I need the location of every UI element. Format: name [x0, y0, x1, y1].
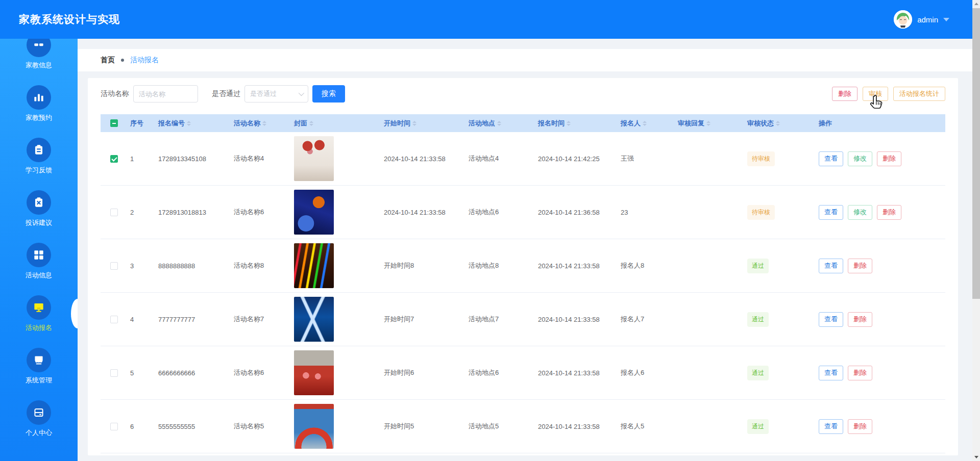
cell-cover — [291, 243, 381, 288]
edit-button[interactable]: 修改 — [848, 205, 872, 220]
sidebar-item-tutor-info[interactable]: 家教信息 — [0, 39, 78, 85]
sort-icons[interactable] — [497, 121, 501, 126]
cell-signup-time: 2024-10-14 21:36:58 — [535, 209, 618, 216]
scroll-down-button[interactable] — [972, 453, 980, 461]
cell-place: 活动地点7 — [465, 315, 535, 324]
vertical-scrollbar — [972, 0, 980, 461]
audit-button[interactable]: 审核 — [863, 87, 888, 101]
column-header[interactable]: 封面 — [291, 119, 381, 128]
view-button[interactable]: 查看 — [819, 205, 843, 220]
column-header[interactable]: 审核状态 — [744, 119, 816, 128]
breadcrumb: 首页 活动报名 — [78, 49, 972, 71]
status-badge: 待审核 — [747, 151, 775, 166]
sort-icons[interactable] — [567, 121, 571, 126]
cell-seq: 5 — [127, 369, 155, 377]
row-checkbox[interactable] — [110, 316, 118, 323]
search-button[interactable]: 搜索 — [312, 85, 345, 103]
scroll-up-button[interactable] — [972, 0, 980, 8]
cover-image[interactable] — [294, 243, 334, 288]
delete-row-button[interactable]: 删除 — [848, 419, 872, 434]
row-checkbox[interactable] — [110, 423, 118, 430]
sort-icons[interactable] — [643, 121, 647, 126]
sidebar-item-complaint[interactable]: 投诉建议 — [0, 190, 78, 243]
view-button[interactable]: 查看 — [819, 312, 843, 327]
sidebar-item-tutor-booking[interactable]: 家教预约 — [0, 85, 78, 138]
delete-row-button[interactable]: 删除 — [848, 366, 872, 380]
sidebar-item-activity-signup[interactable]: 活动报名 — [0, 295, 78, 348]
row-checkbox[interactable] — [110, 369, 118, 377]
column-header-label: 审核回复 — [678, 119, 704, 128]
sidebar-item-system-management[interactable]: 系统管理 — [0, 348, 78, 400]
sidebar-item-personal-center[interactable]: 个人中心 — [0, 400, 78, 453]
cell-signup-code: 1728913018813 — [155, 209, 231, 216]
row-select-cell — [101, 209, 127, 216]
column-header: 序号 — [127, 119, 155, 128]
column-header[interactable]: 报名人 — [618, 119, 675, 128]
column-header[interactable]: 审核回复 — [675, 119, 744, 128]
cell-status: 通过 — [744, 312, 816, 327]
row-select-cell — [101, 155, 127, 163]
cell-person: 王强 — [618, 154, 675, 163]
view-button[interactable]: 查看 — [819, 259, 843, 273]
table-row: 3 8888888888 活动名称8 开始时间8 活动地点8 2024-10-1… — [101, 239, 945, 293]
breadcrumb-separator-dot — [121, 59, 124, 62]
view-button[interactable]: 查看 — [819, 366, 843, 380]
cover-image[interactable] — [294, 190, 334, 235]
view-button[interactable]: 查看 — [819, 151, 843, 166]
cell-signup-time: 2024-10-14 21:33:58 — [535, 423, 618, 430]
column-header[interactable]: 活动地点 — [465, 119, 535, 128]
activity-name-input[interactable] — [133, 85, 198, 103]
delete-button[interactable]: 删除 — [832, 87, 857, 101]
sort-icons[interactable] — [776, 121, 780, 126]
cell-status: 通过 — [744, 366, 816, 380]
sort-icons[interactable] — [309, 121, 313, 126]
personal-center-icon — [27, 400, 51, 425]
cell-signup-time: 2024-10-14 21:42:25 — [535, 155, 618, 163]
view-button[interactable]: 查看 — [819, 419, 843, 434]
pass-select[interactable]: 是否通过 — [244, 85, 308, 103]
row-checkbox[interactable] — [110, 209, 118, 216]
stats-button[interactable]: 活动报名统计 — [893, 87, 945, 101]
cover-image[interactable] — [294, 136, 334, 181]
user-menu[interactable]: admin — [894, 9, 949, 30]
activity-info-icon — [27, 243, 51, 267]
delete-row-button[interactable]: 删除 — [848, 259, 872, 273]
cell-actions: 查看删除 — [816, 259, 945, 273]
cell-person: 23 — [618, 209, 675, 216]
column-header[interactable]: 报名时间 — [535, 119, 618, 128]
cell-signup-code: 8888888888 — [155, 262, 231, 270]
row-checkbox[interactable] — [110, 262, 118, 270]
status-badge: 待审核 — [747, 205, 775, 220]
column-header[interactable]: 开始时间 — [381, 119, 465, 128]
sidebar-item-label: 投诉建议 — [26, 218, 52, 227]
status-badge: 通过 — [747, 312, 769, 327]
edit-button[interactable]: 修改 — [848, 151, 872, 166]
cell-place: 活动地点5 — [465, 422, 535, 431]
avatar[interactable] — [894, 10, 912, 29]
column-header[interactable]: 报名编号 — [155, 119, 231, 128]
sidebar-item-activity-info[interactable]: 活动信息 — [0, 243, 78, 295]
cover-image[interactable] — [294, 404, 334, 449]
column-header-label: 报名时间 — [538, 119, 565, 128]
cell-actions: 查看删除 — [816, 312, 945, 327]
column-header-label: 开始时间 — [384, 119, 410, 128]
delete-row-button[interactable]: 删除 — [877, 205, 901, 220]
delete-row-button[interactable]: 删除 — [848, 312, 872, 327]
cell-signup-time: 2024-10-14 21:33:58 — [535, 369, 618, 377]
row-checkbox[interactable] — [110, 155, 118, 163]
sidebar-item-label: 活动信息 — [26, 271, 52, 280]
sort-icons[interactable] — [412, 121, 416, 126]
breadcrumb-home[interactable]: 首页 — [101, 56, 115, 65]
delete-row-button[interactable]: 删除 — [877, 151, 901, 166]
column-header[interactable]: 活动名称 — [231, 119, 291, 128]
breadcrumb-current[interactable]: 活动报名 — [130, 56, 159, 65]
select-all-checkbox[interactable] — [110, 119, 118, 127]
sort-icons[interactable] — [706, 121, 710, 126]
sidebar-item-study-feedback[interactable]: 学习反馈 — [0, 138, 78, 190]
scrollbar-thumb[interactable] — [972, 8, 980, 299]
sort-icons[interactable] — [187, 121, 191, 126]
sidebar-item-label: 家教信息 — [26, 61, 52, 70]
sort-icons[interactable] — [262, 121, 266, 126]
cover-image[interactable] — [294, 350, 334, 395]
cover-image[interactable] — [294, 297, 334, 342]
